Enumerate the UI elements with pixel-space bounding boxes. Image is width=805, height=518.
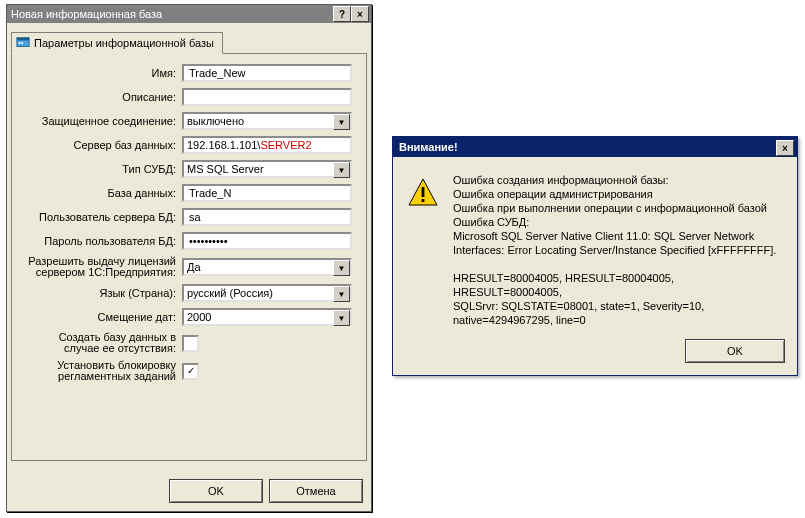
- database-input[interactable]: [187, 186, 347, 200]
- close-icon[interactable]: ×: [351, 6, 369, 22]
- chevron-down-icon[interactable]: ▼: [333, 114, 350, 130]
- db-user-input[interactable]: [187, 210, 347, 224]
- secure-conn-value: выключено: [187, 115, 347, 127]
- label-db-user: Пользователь сервера БД:: [20, 211, 178, 223]
- error-dialog: Внимание! × Ошибка создания информационн…: [392, 136, 798, 376]
- db-password-input-wrap[interactable]: [182, 232, 352, 250]
- label-description: Описание:: [20, 91, 178, 103]
- error-line: Ошибка операции администрирования: [453, 187, 783, 201]
- create-db-checkbox[interactable]: [182, 335, 199, 352]
- date-offset-select[interactable]: 2000 ▼: [182, 308, 352, 326]
- svg-rect-2: [19, 42, 21, 44]
- label-db-password: Пароль пользователя БД:: [20, 235, 178, 247]
- warning-icon: [407, 177, 439, 209]
- label-language: Язык (Страна):: [20, 287, 178, 299]
- new-infobase-window: Новая информационная база ? × Параметры …: [6, 4, 372, 512]
- label-dbms-type: Тип СУБД:: [20, 163, 178, 175]
- error-line: Microsoft SQL Server Native Client 11.0:…: [453, 229, 783, 243]
- svg-rect-5: [422, 187, 425, 197]
- svg-rect-6: [422, 199, 425, 202]
- description-input[interactable]: [187, 90, 347, 104]
- label-name: Имя:: [20, 67, 178, 79]
- error-text: Ошибка создания информационной базы:Ошиб…: [453, 173, 783, 327]
- dbms-type-value: MS SQL Server: [187, 163, 347, 175]
- error-titlebar: Внимание! ×: [393, 137, 797, 157]
- ok-button[interactable]: OK: [169, 479, 263, 503]
- close-icon[interactable]: ×: [776, 140, 794, 156]
- chevron-down-icon[interactable]: ▼: [333, 286, 350, 302]
- error-line: Ошибка создания информационной базы:: [453, 173, 783, 187]
- db-server-prefix: 192.168.1.101\: [187, 139, 260, 151]
- date-offset-value: 2000: [187, 311, 347, 323]
- block-jobs-checkbox[interactable]: ✓: [182, 363, 199, 380]
- db-user-input-wrap[interactable]: [182, 208, 352, 226]
- svg-rect-1: [17, 38, 29, 41]
- label-allow-lic: Разрешить выдачу лицензийсервером 1С:Пре…: [20, 256, 178, 278]
- label-database: База данных:: [20, 187, 178, 199]
- error-title: Внимание!: [399, 141, 458, 153]
- description-input-wrap[interactable]: [182, 88, 352, 106]
- tab-label: Параметры информационной базы: [34, 37, 214, 49]
- db-server-input[interactable]: 192.168.1.101\SERVER2: [182, 136, 352, 154]
- chevron-down-icon[interactable]: ▼: [333, 162, 350, 178]
- db-password-input[interactable]: [187, 234, 347, 248]
- window-titlebar: Новая информационная база ? ×: [7, 5, 371, 23]
- error-ok-button[interactable]: OK: [685, 339, 785, 363]
- tab-page-parameters: Имя: Описание: Защищенное соединение: вы…: [11, 53, 367, 461]
- error-line: native=4294967295, line=0: [453, 313, 783, 327]
- tab-parameters[interactable]: Параметры информационной базы: [11, 32, 223, 54]
- language-select[interactable]: русский (Россия) ▼: [182, 284, 352, 302]
- error-line: Ошибка при выполнении операции с информа…: [453, 201, 783, 215]
- name-input-wrap[interactable]: [182, 64, 352, 82]
- svg-rect-3: [21, 42, 23, 44]
- database-input-wrap[interactable]: [182, 184, 352, 202]
- error-line: HRESULT=80004005, HRESULT=80004005, HRES…: [453, 271, 783, 299]
- chevron-down-icon[interactable]: ▼: [333, 310, 350, 326]
- allow-lic-select[interactable]: Да ▼: [182, 258, 352, 276]
- dbms-type-select[interactable]: MS SQL Server ▼: [182, 160, 352, 178]
- label-block-jobs: Установить блокировкурегламентных задани…: [20, 360, 178, 382]
- allow-lic-value: Да: [187, 261, 347, 273]
- cancel-button[interactable]: Отмена: [269, 479, 363, 503]
- error-line: SQLSrvr: SQLSTATE=08001, state=1, Severi…: [453, 299, 783, 313]
- label-db-server: Сервер баз данных:: [20, 139, 178, 151]
- infobase-icon: [16, 36, 30, 50]
- window-title: Новая информационная база: [11, 8, 162, 20]
- db-server-red-part: SERVER2: [260, 139, 311, 151]
- error-line: Interfaces: Error Locating Server/Instan…: [453, 243, 783, 257]
- label-create-db: Создать базу данных вслучае ее отсутстви…: [20, 332, 178, 354]
- help-button[interactable]: ?: [333, 6, 351, 22]
- dialog-button-row: OK Отмена: [169, 479, 363, 503]
- label-secure-conn: Защищенное соединение:: [20, 115, 178, 127]
- name-input[interactable]: [187, 66, 347, 80]
- secure-conn-select[interactable]: выключено ▼: [182, 112, 352, 130]
- tab-strip: Параметры информационной базы: [11, 31, 367, 53]
- language-value: русский (Россия): [187, 287, 347, 299]
- error-line: Ошибка СУБД:: [453, 215, 783, 229]
- label-date-offset: Смещение дат:: [20, 311, 178, 323]
- chevron-down-icon[interactable]: ▼: [333, 260, 350, 276]
